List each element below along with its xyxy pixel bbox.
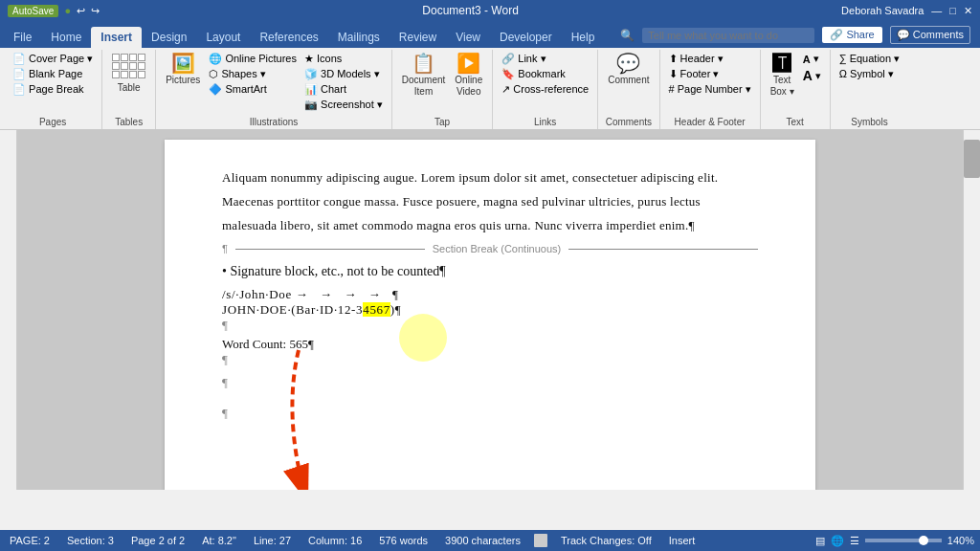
share-btn[interactable]: 🔗 Share <box>822 27 881 43</box>
word-count-line: Word Count: 565¶ <box>222 337 758 352</box>
left-margin <box>0 130 17 490</box>
scroll-thumb[interactable] <box>964 140 980 178</box>
pages-group: 📄 Cover Page ▾ 📄 Blank Page 📄 Page Break… <box>4 50 102 129</box>
table-icon <box>112 54 145 78</box>
status-words: 576 words <box>375 535 432 546</box>
autosave-indicator: AutoSave <box>8 5 58 17</box>
doc-content[interactable]: Aliquam nonummy adipiscing augue. Lorem … <box>17 130 963 490</box>
comments-group: 💬 Comment Comments <box>598 50 659 129</box>
pages-content: 📄 Cover Page ▾ 📄 Blank Page 📄 Page Break <box>10 52 96 115</box>
blank-page-btn[interactable]: 📄 Blank Page <box>10 67 96 81</box>
tab-insert[interactable]: Insert <box>91 27 142 48</box>
close-btn[interactable]: ✕ <box>964 5 972 17</box>
symbol-btn[interactable]: Ω Symbol ▾ <box>836 67 902 81</box>
online-video-btn[interactable]: ▶️ OnlineVideo <box>451 52 486 99</box>
section-break: ¶ Section Break (Continuous) <box>222 243 758 254</box>
status-insert: Insert <box>665 535 700 546</box>
comment-btn[interactable]: 💬 Comment <box>604 52 653 88</box>
undo-btn[interactable]: ↩ <box>77 5 85 17</box>
scroll-right[interactable] <box>963 130 980 490</box>
cross-reference-btn[interactable]: ↗ Cross-reference <box>499 82 591 97</box>
comments-content: 💬 Comment <box>604 52 653 115</box>
header-btn[interactable]: ⬆ Header ▾ <box>666 52 754 66</box>
view-normal-btn[interactable]: ▤ <box>815 535 825 547</box>
tab-help[interactable]: Help <box>562 27 605 48</box>
icons-btn[interactable]: ★ Icons <box>301 52 386 66</box>
pages-col: 📄 Cover Page ▾ 📄 Blank Page 📄 Page Break <box>10 52 96 97</box>
comment-label: Comment <box>608 75 649 86</box>
tab-developer[interactable]: Developer <box>490 27 562 48</box>
search-icon: 🔍 <box>620 29 635 42</box>
link-btn[interactable]: 🔗 Link ▾ <box>499 52 591 66</box>
tab-mailings[interactable]: Mailings <box>328 27 390 48</box>
comments-group-label: Comments <box>606 115 652 127</box>
screenshot-btn[interactable]: 📷 Screenshot ▾ <box>301 98 386 112</box>
word-art-btn[interactable]: A▾ <box>800 52 824 66</box>
track-changes-indicator <box>534 534 547 547</box>
para2: Maecenas porttitor congue massa. Fusce p… <box>222 192 758 212</box>
break-line-left <box>235 249 425 250</box>
user-name: Deborah Savadra <box>841 5 924 16</box>
3d-models-btn[interactable]: 🧊 3D Models ▾ <box>301 67 386 81</box>
tables-label: Tables <box>115 115 143 127</box>
online-video-icon: ▶️ <box>457 54 480 73</box>
bookmark-btn[interactable]: 🔖 Bookmark <box>499 67 591 81</box>
document-item-btn[interactable]: 📋 DocumentItem <box>398 52 450 99</box>
tab-references[interactable]: References <box>250 27 327 48</box>
shapes-btn[interactable]: ⬡ Shapes ▾ <box>206 67 300 81</box>
hf-col: ⬆ Header ▾ ⬇ Footer ▾ # Page Number ▾ <box>666 52 754 97</box>
tables-content: Table <box>108 52 149 115</box>
tables-group: Table Tables <box>102 50 156 129</box>
bullet-text: • Signature block, etc., not to be count… <box>222 264 446 279</box>
minimize-btn[interactable]: — <box>931 5 942 16</box>
status-bar: PAGE: 2 Section: 3 Page 2 of 2 At: 8.2" … <box>0 530 980 551</box>
tab-home[interactable]: Home <box>41 27 91 48</box>
sig-line1: /s/·John·Doe → → → → ¶ <box>222 287 758 302</box>
header-footer-label: Header & Footer <box>675 115 746 127</box>
text-content: 🆃 TextBox ▾ A▾ A▾ <box>767 52 824 115</box>
tab-file[interactable]: File <box>4 27 41 48</box>
links-group: 🔗 Link ▾ 🔖 Bookmark ↗ Cross-reference Li… <box>493 50 598 129</box>
pictures-icon: 🖼️ <box>171 54 195 73</box>
status-track-changes: Track Changes: Off <box>557 535 656 546</box>
illustrations-content: 🖼️ Pictures 🌐 Online Pictures ⬡ Shapes ▾… <box>162 52 386 115</box>
tab-review[interactable]: Review <box>390 27 446 48</box>
para-mark2: ¶ <box>222 375 758 390</box>
zoom-level: 140% <box>947 535 974 546</box>
table-btn[interactable]: Table <box>108 52 149 96</box>
title-bar-left: AutoSave ● ↩ ↪ <box>8 5 100 17</box>
smartart-btn[interactable]: 🔷 SmartArt <box>206 82 300 97</box>
ribbon-tabs: File Home Insert Design Layout Reference… <box>0 21 980 48</box>
symbols-col: ∑ Equation ▾ Ω Symbol ▾ <box>836 52 902 81</box>
doc-area: Aliquam nonummy adipiscing augue. Lorem … <box>0 130 980 490</box>
zoom-slider[interactable] <box>865 539 942 542</box>
view-web-btn[interactable]: 🌐 <box>831 535 844 547</box>
text-col: A▾ A▾ <box>800 52 824 84</box>
comment-icon: 💬 <box>616 54 640 73</box>
footer-btn[interactable]: ⬇ Footer ▾ <box>666 67 754 81</box>
illustrations-label: Illustrations <box>250 115 299 127</box>
maximize-btn[interactable]: □ <box>949 5 956 16</box>
tab-view[interactable]: View <box>446 27 490 48</box>
page-number-btn[interactable]: # Page Number ▾ <box>666 82 754 97</box>
status-column: Column: 16 <box>304 535 366 546</box>
text-box-btn[interactable]: 🆃 TextBox ▾ <box>767 52 798 99</box>
online-pictures-btn[interactable]: 🌐 Online Pictures <box>206 52 300 66</box>
text-box-label: TextBox ▾ <box>770 75 794 98</box>
status-section: Section: 3 <box>63 535 118 546</box>
cursor-highlight <box>399 314 447 362</box>
tap-content: 📋 DocumentItem ▶️ OnlineVideo <box>398 52 486 115</box>
cover-page-btn[interactable]: 📄 Cover Page ▾ <box>10 52 96 66</box>
header-footer-content: ⬆ Header ▾ ⬇ Footer ▾ # Page Number ▾ <box>666 52 754 115</box>
view-outline-btn[interactable]: ☰ <box>850 535 859 547</box>
equation-btn[interactable]: ∑ Equation ▾ <box>836 52 902 66</box>
comments-btn[interactable]: 💬 Comments <box>890 26 970 44</box>
tab-layout[interactable]: Layout <box>196 27 250 48</box>
tab-design[interactable]: Design <box>142 27 196 48</box>
chart-btn[interactable]: 📊 Chart <box>301 82 386 97</box>
page-break-btn[interactable]: 📄 Page Break <box>10 82 96 97</box>
tell-me-input[interactable] <box>642 28 814 43</box>
drop-cap-btn[interactable]: A▾ <box>800 67 824 84</box>
redo-btn[interactable]: ↪ <box>91 5 100 17</box>
pictures-btn[interactable]: 🖼️ Pictures <box>162 52 204 88</box>
